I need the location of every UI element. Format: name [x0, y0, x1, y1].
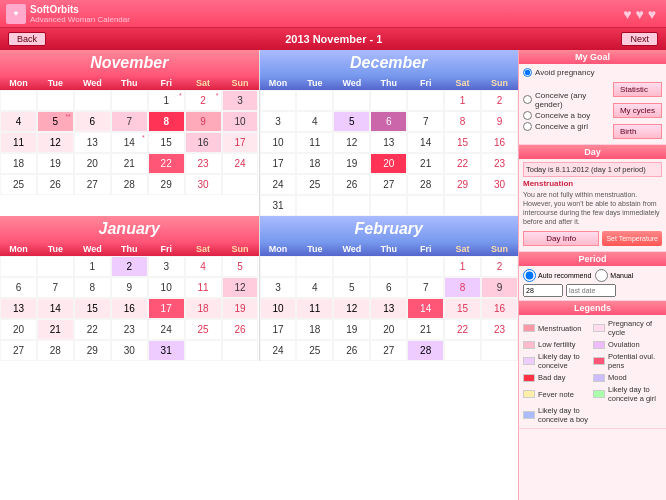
day-cell[interactable]: 27 [0, 340, 37, 361]
day-cell[interactable]: 8 [74, 277, 111, 298]
day-cell[interactable]: 11 [0, 132, 37, 153]
day-cell[interactable]: 3 [148, 256, 185, 277]
day-cell[interactable]: 25 [0, 174, 37, 195]
day-cell[interactable]: 27 [370, 340, 407, 361]
day-cell[interactable]: 23 [111, 319, 148, 340]
day-cell[interactable] [0, 90, 37, 111]
day-cell[interactable]: 2 [111, 256, 148, 277]
day-cell[interactable]: 30 [481, 174, 518, 195]
day-cell[interactable]: 29 [74, 340, 111, 361]
day-cell[interactable]: 27 [74, 174, 111, 195]
day-cell[interactable]: 30 [111, 340, 148, 361]
day-cell[interactable]: 9 [481, 111, 518, 132]
day-cell[interactable]: 13 [370, 298, 407, 319]
day-cell[interactable]: 13 [370, 132, 407, 153]
conceive-any-option[interactable]: Conceive (any gender) [523, 90, 609, 110]
day-cell[interactable]: 3 [222, 90, 259, 111]
day-cell[interactable]: 16 [185, 132, 222, 153]
day-cell[interactable]: 15 [148, 132, 185, 153]
day-cell[interactable]: 29 [444, 174, 481, 195]
conceive-girl-option[interactable]: Conceive a girl [523, 121, 609, 132]
day-cell[interactable]: 20 [0, 319, 37, 340]
day-cell[interactable]: 10 [260, 132, 297, 153]
day-cell[interactable]: 20 [370, 319, 407, 340]
manual-option[interactable]: Manual [595, 269, 633, 282]
day-cell[interactable]: 24 [222, 153, 259, 174]
day-cell[interactable]: 8 [444, 111, 481, 132]
manual-radio[interactable] [595, 269, 608, 282]
day-cell[interactable]: 16 [481, 298, 518, 319]
day-cell[interactable]: 2 [481, 256, 518, 277]
day-cell[interactable]: 10 [260, 298, 297, 319]
day-cell[interactable]: 12 [37, 132, 74, 153]
day-cell[interactable]: 1 [444, 90, 481, 111]
day-cell[interactable]: 31 [148, 340, 185, 361]
day-cell[interactable]: 22 [148, 153, 185, 174]
next-button[interactable]: Next [621, 32, 658, 46]
day-cell[interactable]: 2* [185, 90, 222, 111]
day-cell[interactable]: 1 [74, 256, 111, 277]
day-cell[interactable]: 5 [222, 256, 259, 277]
day-cell[interactable] [74, 90, 111, 111]
day-cell[interactable]: 24 [260, 340, 297, 361]
day-cell[interactable]: 23 [481, 319, 518, 340]
day-cell[interactable]: 17 [260, 319, 297, 340]
day-cell[interactable]: 21 [37, 319, 74, 340]
day-cell[interactable]: 19 [333, 319, 370, 340]
day-cell[interactable]: 10 [148, 277, 185, 298]
day-cell[interactable]: 7 [407, 277, 444, 298]
day-cell[interactable]: 26 [222, 319, 259, 340]
day-cell[interactable]: 26 [333, 174, 370, 195]
day-cell[interactable]: 15 [444, 132, 481, 153]
back-button[interactable]: Back [8, 32, 46, 46]
day-cell[interactable]: 30 [185, 174, 222, 195]
day-cell[interactable]: 18 [185, 298, 222, 319]
day-cell[interactable]: 26 [37, 174, 74, 195]
day-cell[interactable]: 4 [296, 111, 333, 132]
auto-recommend-option[interactable]: Auto recommend [523, 269, 591, 282]
day-cell[interactable]: 15 [74, 298, 111, 319]
day-cell[interactable]: 8 [444, 277, 481, 298]
day-cell[interactable]: 27 [370, 174, 407, 195]
day-cell[interactable]: 3 [260, 111, 297, 132]
day-cell[interactable] [37, 90, 74, 111]
day-cell[interactable]: 25 [185, 319, 222, 340]
day-cell[interactable]: 3 [260, 277, 297, 298]
day-cell[interactable]: 10 [222, 111, 259, 132]
conceive-boy-radio[interactable] [523, 111, 532, 120]
day-cell[interactable]: 13 [0, 298, 37, 319]
period-date-input[interactable] [566, 284, 616, 297]
day-cell[interactable]: 22 [74, 319, 111, 340]
day-cell[interactable]: 18 [296, 319, 333, 340]
day-cell[interactable]: 21 [407, 153, 444, 174]
auto-recommend-radio[interactable] [523, 269, 536, 282]
day-cell[interactable]: 5** [37, 111, 74, 132]
day-cell[interactable]: 12 [333, 132, 370, 153]
day-cell[interactable]: 2 [481, 90, 518, 111]
day-cell[interactable]: 17 [222, 132, 259, 153]
day-cell[interactable]: 22 [444, 319, 481, 340]
day-cell[interactable]: 14 [37, 298, 74, 319]
day-cell[interactable]: 22 [444, 153, 481, 174]
day-info-button[interactable]: Day Info [523, 231, 599, 246]
day-cell[interactable]: 7 [407, 111, 444, 132]
day-cell[interactable]: 17 [148, 298, 185, 319]
day-cell[interactable]: 23 [481, 153, 518, 174]
day-cell-today[interactable]: 8 [148, 111, 185, 132]
day-cell[interactable]: 5 [333, 277, 370, 298]
day-cell[interactable]: 15 [444, 298, 481, 319]
day-cell[interactable]: 6 [370, 277, 407, 298]
day-cell[interactable]: 12 [222, 277, 259, 298]
day-cell[interactable]: 16 [481, 132, 518, 153]
day-cell[interactable]: 28 [37, 340, 74, 361]
set-temperature-button[interactable]: Set Temperature [602, 231, 662, 246]
day-cell[interactable]: 11 [185, 277, 222, 298]
day-cell[interactable]: 28 [407, 340, 444, 361]
day-cell[interactable]: 4 [0, 111, 37, 132]
day-cell[interactable]: 9 [111, 277, 148, 298]
period-value-input[interactable] [523, 284, 563, 297]
day-cell[interactable]: 5 [333, 111, 370, 132]
day-cell[interactable]: 13 [74, 132, 111, 153]
day-cell[interactable]: 21 [111, 153, 148, 174]
day-cell[interactable]: 7 [111, 111, 148, 132]
